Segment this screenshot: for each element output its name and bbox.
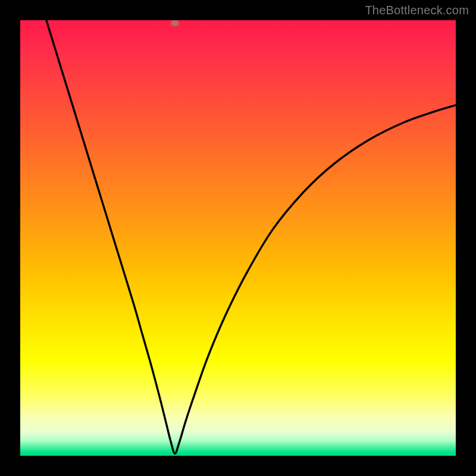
bottleneck-marker (171, 20, 179, 26)
gradient-background (20, 20, 456, 456)
chart-frame: TheBottleneck.com (0, 0, 476, 476)
plot-area (20, 20, 456, 456)
watermark-text: TheBottleneck.com (365, 4, 469, 17)
